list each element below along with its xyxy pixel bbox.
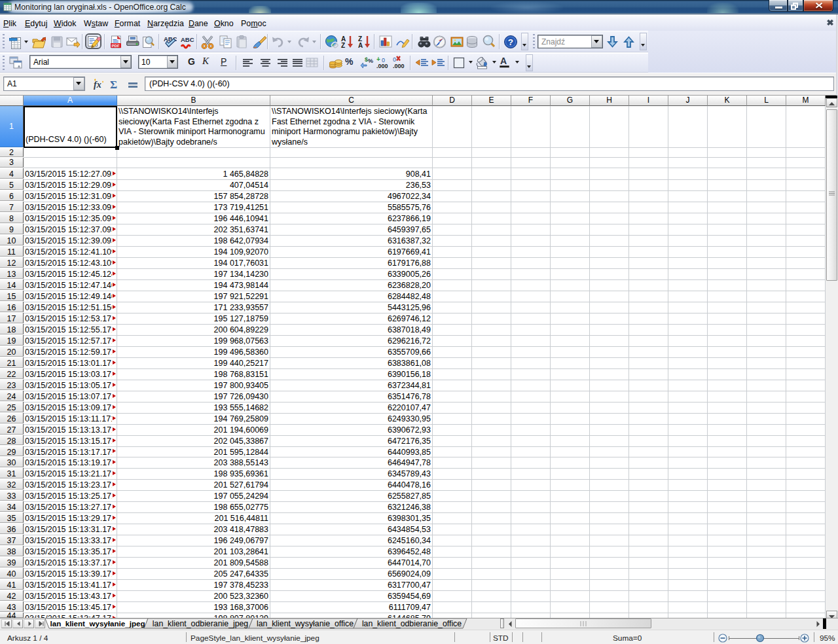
svg-text:0: 0 xyxy=(393,56,396,63)
svg-text:.000: .000 xyxy=(393,63,405,69)
svg-text:lan_klient_odbieranie_jpeg: lan_klient_odbieranie_jpeg xyxy=(153,619,248,628)
svg-text:%: % xyxy=(368,58,373,64)
svg-text:lan_klient_wysyłanie_office: lan_klient_wysyłanie_office xyxy=(257,619,354,628)
svg-text:A: A xyxy=(358,42,363,49)
svg-text:lan_klient_wysyłanie_jpeg: lan_klient_wysyłanie_jpeg xyxy=(50,619,145,628)
svg-text:.000: .000 xyxy=(376,63,388,69)
svg-text:Σ: Σ xyxy=(110,79,117,90)
svg-text:PDF: PDF xyxy=(112,44,120,48)
svg-text:?: ? xyxy=(508,37,513,47)
svg-text:lan_klient_odbieranie_office: lan_klient_odbieranie_office xyxy=(362,619,462,628)
svg-text:+: + xyxy=(376,56,380,63)
svg-text:Z: Z xyxy=(341,42,345,49)
svg-text:ABC: ABC xyxy=(181,36,194,43)
svg-text:A: A xyxy=(500,56,507,66)
svg-text:fx: fx xyxy=(94,80,101,90)
